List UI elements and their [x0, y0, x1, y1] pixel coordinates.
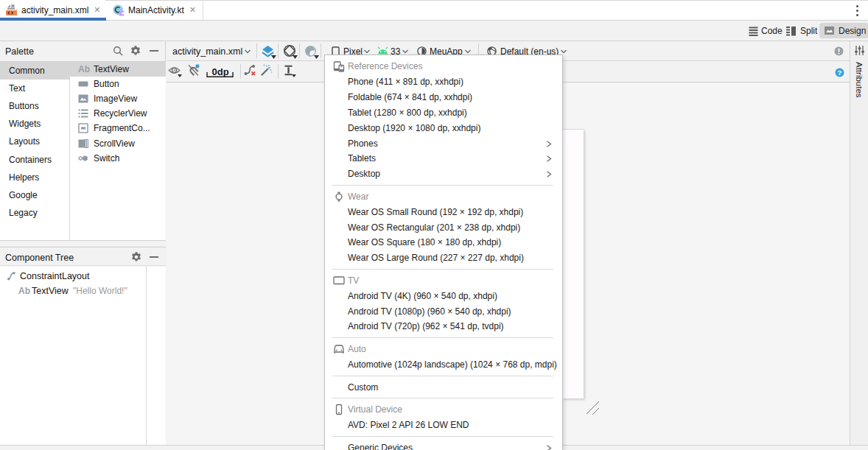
svg-text:?: ?	[838, 68, 842, 77]
svg-text:0dp: 0dp	[212, 66, 229, 77]
